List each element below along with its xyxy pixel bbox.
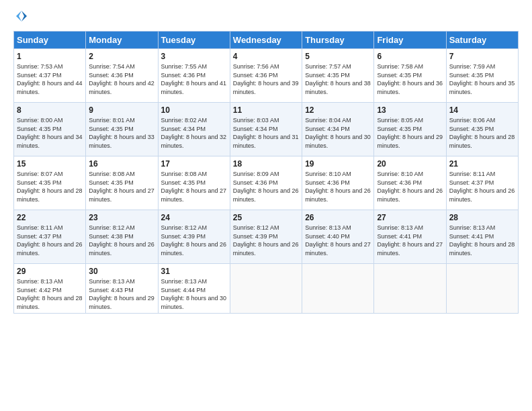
- cell-details: Sunrise: 8:13 AMSunset: 4:41 PMDaylight:…: [449, 224, 515, 257]
- day-number: 15: [17, 159, 83, 169]
- cell-details: Sunrise: 8:05 AMSunset: 4:35 PMDaylight:…: [377, 116, 443, 150]
- day-number: 8: [17, 105, 83, 115]
- cell-details: Sunrise: 8:08 AMSunset: 4:35 PMDaylight:…: [161, 170, 227, 203]
- cell-details: Sunrise: 8:06 AMSunset: 4:35 PMDaylight:…: [449, 116, 515, 150]
- day-number: 2: [89, 52, 154, 61]
- day-number: 11: [233, 105, 299, 115]
- cell-details: Sunrise: 8:10 AMSunset: 4:36 PMDaylight:…: [377, 170, 443, 203]
- svg-marker-1: [16, 11, 21, 21]
- calendar-page: SundayMondayTuesdayWednesdayThursdayFrid…: [0, 0, 532, 411]
- cell-details: Sunrise: 7:54 AMSunset: 4:36 PMDaylight:…: [89, 62, 154, 96]
- day-number: 4: [233, 52, 299, 61]
- calendar-cell: 17Sunrise: 8:08 AMSunset: 4:35 PMDayligh…: [158, 156, 230, 210]
- day-number: 16: [89, 159, 154, 169]
- calendar-cell: 1Sunrise: 7:53 AMSunset: 4:37 PMDaylight…: [14, 49, 86, 103]
- cell-details: Sunrise: 8:12 AMSunset: 4:38 PMDaylight:…: [89, 224, 154, 257]
- calendar-cell: 12Sunrise: 8:04 AMSunset: 4:34 PMDayligh…: [302, 103, 374, 156]
- cell-details: Sunrise: 8:11 AMSunset: 4:37 PMDaylight:…: [449, 170, 515, 203]
- day-number: 19: [305, 159, 371, 169]
- cell-details: Sunrise: 8:01 AMSunset: 4:35 PMDaylight:…: [89, 116, 154, 150]
- cell-details: Sunrise: 8:13 AMSunset: 4:40 PMDaylight:…: [305, 224, 371, 257]
- cell-details: Sunrise: 8:09 AMSunset: 4:36 PMDaylight:…: [233, 170, 299, 203]
- cell-details: Sunrise: 8:12 AMSunset: 4:39 PMDaylight:…: [233, 224, 299, 257]
- day-number: 18: [233, 159, 299, 169]
- day-number: 7: [449, 52, 515, 61]
- day-number: 30: [89, 267, 154, 276]
- calendar-cell: 7Sunrise: 7:59 AMSunset: 4:35 PMDaylight…: [446, 49, 518, 103]
- day-number: 31: [161, 267, 227, 276]
- calendar-cell: [446, 264, 518, 314]
- cell-details: Sunrise: 8:03 AMSunset: 4:34 PMDaylight:…: [233, 116, 299, 150]
- calendar-week-row: 15Sunrise: 8:07 AMSunset: 4:35 PMDayligh…: [14, 156, 519, 210]
- day-number: 3: [161, 52, 227, 61]
- svg-marker-0: [21, 11, 27, 21]
- day-number: 26: [305, 213, 371, 222]
- calendar-cell: 21Sunrise: 8:11 AMSunset: 4:37 PMDayligh…: [446, 156, 518, 210]
- day-number: 22: [17, 213, 83, 222]
- day-number: 29: [17, 267, 83, 276]
- cell-details: Sunrise: 8:04 AMSunset: 4:34 PMDaylight:…: [305, 116, 371, 150]
- cell-details: Sunrise: 7:53 AMSunset: 4:37 PMDaylight:…: [17, 62, 83, 96]
- calendar-cell: 25Sunrise: 8:12 AMSunset: 4:39 PMDayligh…: [230, 210, 302, 264]
- day-number: 17: [161, 159, 227, 169]
- calendar-cell: [302, 264, 374, 314]
- day-number: 5: [305, 52, 371, 61]
- day-number: 25: [233, 213, 299, 222]
- cell-details: Sunrise: 8:00 AMSunset: 4:35 PMDaylight:…: [17, 116, 83, 150]
- calendar-cell: 20Sunrise: 8:10 AMSunset: 4:36 PMDayligh…: [374, 156, 446, 210]
- calendar-cell: 9Sunrise: 8:01 AMSunset: 4:35 PMDaylight…: [86, 103, 158, 156]
- calendar-cell: 29Sunrise: 8:13 AMSunset: 4:42 PMDayligh…: [14, 264, 86, 314]
- day-number: 9: [89, 105, 154, 115]
- cell-details: Sunrise: 7:56 AMSunset: 4:36 PMDaylight:…: [233, 62, 299, 96]
- day-header-monday: Monday: [86, 32, 158, 49]
- calendar-cell: 10Sunrise: 8:02 AMSunset: 4:34 PMDayligh…: [158, 103, 230, 156]
- calendar-week-row: 8Sunrise: 8:00 AMSunset: 4:35 PMDaylight…: [14, 103, 519, 156]
- day-header-sunday: Sunday: [14, 32, 86, 49]
- calendar-cell: 31Sunrise: 8:13 AMSunset: 4:44 PMDayligh…: [158, 264, 230, 314]
- day-number: 12: [305, 105, 371, 115]
- cell-details: Sunrise: 8:08 AMSunset: 4:35 PMDaylight:…: [89, 170, 154, 203]
- calendar-table: SundayMondayTuesdayWednesdayThursdayFrid…: [13, 31, 519, 314]
- day-number: 1: [17, 52, 83, 61]
- calendar-cell: 30Sunrise: 8:13 AMSunset: 4:43 PMDayligh…: [86, 264, 158, 314]
- calendar-cell: 19Sunrise: 8:10 AMSunset: 4:36 PMDayligh…: [302, 156, 374, 210]
- calendar-cell: 24Sunrise: 8:12 AMSunset: 4:39 PMDayligh…: [158, 210, 230, 264]
- cell-details: Sunrise: 8:13 AMSunset: 4:44 PMDaylight:…: [161, 277, 227, 311]
- day-number: 13: [377, 105, 443, 115]
- cell-details: Sunrise: 8:02 AMSunset: 4:34 PMDaylight:…: [161, 116, 227, 150]
- cell-details: Sunrise: 8:11 AMSunset: 4:37 PMDaylight:…: [17, 224, 83, 257]
- calendar-week-row: 29Sunrise: 8:13 AMSunset: 4:42 PMDayligh…: [14, 264, 519, 314]
- cell-details: Sunrise: 8:12 AMSunset: 4:39 PMDaylight:…: [161, 224, 227, 257]
- calendar-cell: 16Sunrise: 8:08 AMSunset: 4:35 PMDayligh…: [86, 156, 158, 210]
- calendar-cell: [230, 264, 302, 314]
- day-number: 21: [449, 159, 515, 169]
- day-number: 10: [161, 105, 227, 115]
- day-number: 23: [89, 213, 154, 222]
- page-header: [13, 11, 519, 24]
- day-number: 24: [161, 213, 227, 222]
- calendar-cell: 8Sunrise: 8:00 AMSunset: 4:35 PMDaylight…: [14, 103, 86, 156]
- cell-details: Sunrise: 8:13 AMSunset: 4:43 PMDaylight:…: [89, 277, 154, 311]
- calendar-cell: 6Sunrise: 7:58 AMSunset: 4:35 PMDaylight…: [374, 49, 446, 103]
- logo-icon: [15, 9, 28, 23]
- calendar-cell: 22Sunrise: 8:11 AMSunset: 4:37 PMDayligh…: [14, 210, 86, 264]
- calendar-cell: 14Sunrise: 8:06 AMSunset: 4:35 PMDayligh…: [446, 103, 518, 156]
- day-header-wednesday: Wednesday: [230, 32, 302, 49]
- day-number: 27: [377, 213, 443, 222]
- calendar-cell: 28Sunrise: 8:13 AMSunset: 4:41 PMDayligh…: [446, 210, 518, 264]
- day-number: 14: [449, 105, 515, 115]
- calendar-week-row: 22Sunrise: 8:11 AMSunset: 4:37 PMDayligh…: [14, 210, 519, 264]
- logo: [13, 11, 28, 24]
- calendar-cell: 23Sunrise: 8:12 AMSunset: 4:38 PMDayligh…: [86, 210, 158, 264]
- calendar-cell: 2Sunrise: 7:54 AMSunset: 4:36 PMDaylight…: [86, 49, 158, 103]
- cell-details: Sunrise: 7:58 AMSunset: 4:35 PMDaylight:…: [377, 62, 443, 96]
- calendar-cell: 18Sunrise: 8:09 AMSunset: 4:36 PMDayligh…: [230, 156, 302, 210]
- cell-details: Sunrise: 7:57 AMSunset: 4:35 PMDaylight:…: [305, 62, 371, 96]
- calendar-cell: 5Sunrise: 7:57 AMSunset: 4:35 PMDaylight…: [302, 49, 374, 103]
- calendar-week-row: 1Sunrise: 7:53 AMSunset: 4:37 PMDaylight…: [14, 49, 519, 103]
- day-number: 28: [449, 213, 515, 222]
- cell-details: Sunrise: 8:13 AMSunset: 4:41 PMDaylight:…: [377, 224, 443, 257]
- day-header-friday: Friday: [374, 32, 446, 49]
- day-number: 6: [377, 52, 443, 61]
- day-number: 20: [377, 159, 443, 169]
